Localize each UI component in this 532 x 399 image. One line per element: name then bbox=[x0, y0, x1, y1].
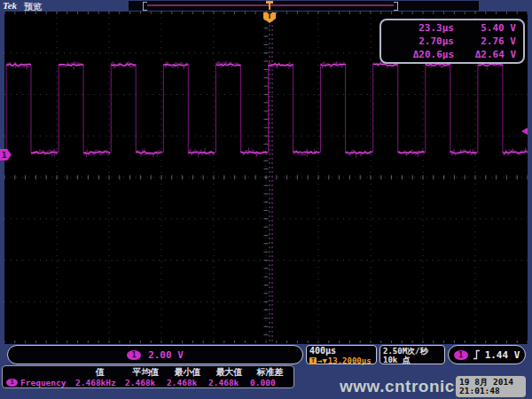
time-value: 21:01:48 bbox=[459, 387, 522, 395]
measurement-value: 2.468kHz bbox=[75, 378, 125, 387]
trigger-source-badge-icon: 1 bbox=[454, 350, 468, 360]
measurement-header-row: 值 平均值 最小值 最大值 标准差 bbox=[3, 366, 293, 377]
right-edge-marker-icon bbox=[521, 128, 528, 135]
measurement-max: 2.468k bbox=[208, 378, 250, 387]
record-window-bracket-left bbox=[143, 2, 147, 11]
cursor-b-readout: 2.70µs 2.76 V bbox=[381, 35, 523, 49]
trigger-settings-badge[interactable]: 1 1.44 V bbox=[448, 345, 526, 364]
cursor-a-readout: 23.3µs 5.40 V bbox=[381, 22, 523, 35]
measurement-channel-badge-icon: 1 bbox=[6, 379, 18, 387]
time-per-div: 400µs bbox=[309, 347, 373, 356]
channel1-volts-per-div: 2.00 V bbox=[148, 349, 184, 361]
cursor-delta-time: Δ20.6µs bbox=[381, 49, 454, 62]
channel1-marker-label: 1 bbox=[2, 151, 6, 160]
measurement-row-frequency[interactable]: 1 Frequency 2.468kHz 2.468k 2.468k 2.468… bbox=[3, 377, 293, 387]
top-bar: Tek 预览 bbox=[0, 0, 532, 12]
channel1-scale-badge[interactable]: 1 2.00 V bbox=[7, 345, 303, 364]
horizontal-settings-badge[interactable]: 400µs T →▼ 13.2000µs bbox=[306, 345, 377, 364]
measurement-name: Frequency bbox=[20, 378, 66, 387]
cursor-a-time: 23.3µs bbox=[381, 22, 454, 35]
measurement-stddev: 0.000 bbox=[250, 378, 290, 387]
cursor-delta-volts: Δ2.64 V bbox=[454, 49, 516, 62]
tek-logo: Tek bbox=[3, 0, 17, 11]
channel1-badge-icon: 1 bbox=[127, 350, 141, 360]
measurement-name-cell: 1 Frequency bbox=[3, 378, 75, 387]
trigger-t-icon: T bbox=[309, 357, 317, 364]
datetime-badge: 19 8月 2014 21:01:48 bbox=[456, 376, 526, 397]
delay-arrows-icon: →▼ bbox=[317, 356, 327, 365]
cursor-readout-box: 23.3µs 5.40 V 2.70µs 2.76 V Δ20.6µs Δ2.6… bbox=[379, 19, 525, 64]
record-trigger-marker-icon[interactable] bbox=[266, 1, 273, 11]
cursor-b-time: 2.70µs bbox=[381, 35, 454, 49]
sample-rate: 2.50M次/秒 bbox=[383, 347, 442, 356]
measurement-mean: 2.468k bbox=[125, 378, 167, 387]
record-view-strip bbox=[129, 1, 479, 11]
trigger-delay-value: 13.2000µs bbox=[328, 356, 372, 365]
acquisition-settings-badge[interactable]: 2.50M次/秒 10k 点 bbox=[379, 345, 445, 364]
record-window-bracket-right bbox=[394, 2, 398, 11]
record-trigger-stem bbox=[269, 4, 270, 10]
trigger-level-value: 1.44 V bbox=[485, 349, 520, 361]
rising-edge-icon bbox=[473, 349, 481, 360]
cursor-b-volts: 2.76 V bbox=[454, 35, 516, 49]
trigger-delay-row: T →▼ 13.2000µs bbox=[309, 356, 373, 365]
trigger-flag-label: T bbox=[267, 12, 271, 20]
cursor-a-volts: 5.40 V bbox=[454, 22, 516, 35]
cursor-delta-readout: Δ20.6µs Δ2.64 V bbox=[381, 49, 523, 62]
oscilloscope-screen: Tek 预览 T 1 23.3µs 5.40 V 2.70µs 2.76 V bbox=[0, 0, 532, 399]
measurement-min: 2.468k bbox=[167, 378, 208, 387]
measurement-table: 值 平均值 最小值 最大值 标准差 1 Frequency 2.468kHz 2… bbox=[2, 365, 294, 388]
record-length: 10k 点 bbox=[383, 356, 442, 364]
